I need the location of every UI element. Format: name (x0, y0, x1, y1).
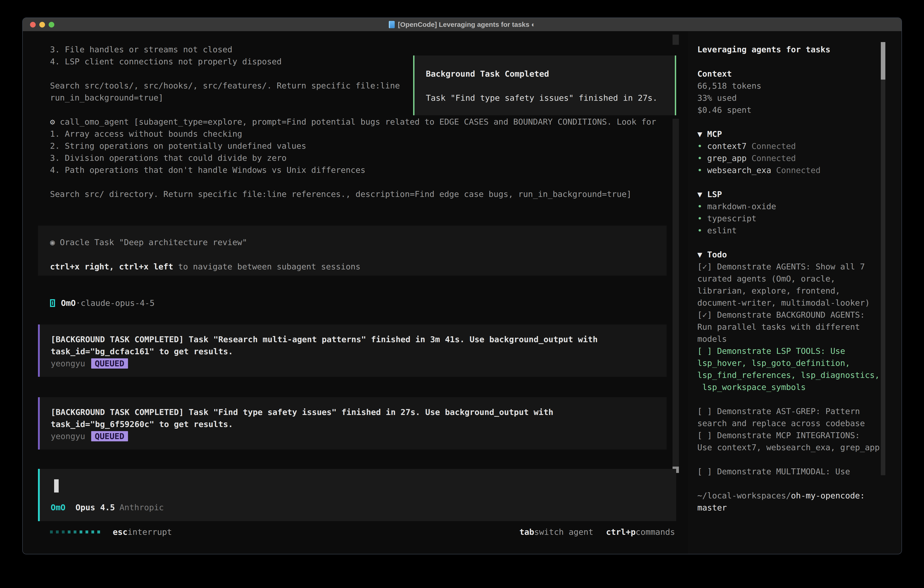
context-stats: 66,518 tokens 33% used $0.46 spent (697, 80, 884, 116)
toast-title: Background Task Completed (426, 68, 549, 80)
todo-active-item: [ ] Demonstrate LSP TOOLS: Use lsp_hover… (697, 345, 884, 393)
context-heading: Context (697, 68, 884, 80)
text-cursor (54, 479, 59, 492)
scrollbar-track[interactable] (673, 119, 679, 467)
status-dot-icon: • (697, 141, 707, 151)
tool-call-block: ⚙ call_omo_agent [subagent_type=explore,… (50, 116, 686, 200)
agent-model: claude-opus-4-5 (81, 298, 155, 308)
esc-key-hint[interactable]: esc (113, 527, 127, 537)
minimize-button[interactable] (40, 22, 45, 28)
task-message-text: [BACKGROUND TASK COMPLETED] Task "Find t… (51, 406, 553, 430)
mcp-item: • websearch_exa Connected (697, 164, 884, 176)
separator-dot: · (76, 298, 81, 308)
chevron-down-icon: ▼ (697, 190, 707, 199)
toast-body: Task "Find type safety issues" finished … (426, 92, 658, 104)
window-title: [OpenCode] Leveraging agents for tasks ◐ (398, 21, 535, 28)
mcp-list: • context7 Connected • grep_app Connecte… (697, 140, 884, 176)
esc-key-label: interrupt (127, 527, 172, 537)
status-dot-icon: • (697, 214, 707, 223)
prompt-input[interactable]: OmO Opus 4.5 Anthropic (38, 469, 676, 521)
background-task-toast[interactable]: Background Task Completed Task "Find typ… (413, 56, 676, 115)
tab-key-label: switch agent (534, 527, 593, 537)
tool-call-header: ⚙ call_omo_agent [subagent_type=explore,… (50, 116, 686, 128)
workspace-path: ~/local-workspaces/oh-my-opencode: maste… (697, 489, 884, 514)
task-message-meta: yeongyu QUEUED (51, 357, 128, 370)
terminal-line: 3. File handles or streams not closed (50, 43, 678, 56)
task-message-block[interactable]: [BACKGROUND TASK COMPLETED] Task "Resear… (38, 324, 667, 377)
zoom-button[interactable] (49, 22, 54, 28)
tool-call-item: 1. Array access without bounds checking (50, 128, 686, 140)
oracle-task-hint: ctrl+x right, ctrl+x left to navigate be… (50, 261, 360, 273)
status-dot-icon: • (697, 165, 707, 175)
todo-done-items: [✓] Demonstrate AGENTS: Show all 7 curat… (697, 261, 884, 345)
lsp-section-header[interactable]: ▼ LSP (697, 188, 884, 200)
close-button[interactable] (30, 22, 36, 28)
lsp-item: • markdown-oxide (697, 200, 884, 212)
tool-call-blank (50, 176, 686, 188)
task-message-meta: yeongyu QUEUED (51, 430, 128, 442)
ctrlp-key-label: commands (636, 527, 675, 537)
tab-key-hint[interactable]: tab (519, 527, 534, 537)
terminal-window: [OpenCode] Leveraging agents for tasks ◐… (22, 18, 902, 554)
terminal-main-pane: 3. File handles or streams not closed 4.… (23, 31, 688, 554)
opencode-file-icon (389, 21, 395, 28)
gear-icon: ⚙ (50, 117, 60, 126)
tool-call-footer: Search src/ directory. Return specific f… (50, 188, 686, 200)
status-dot-icon: • (697, 226, 707, 235)
status-dot-icon: • (697, 154, 707, 163)
spinner-dots (50, 530, 100, 533)
git-branch: master (697, 502, 884, 514)
lsp-item: • typescript (697, 212, 884, 225)
session-title: Leveraging agents for tasks (697, 43, 884, 56)
context-spent: $0.46 spent (697, 104, 884, 116)
oracle-task-box[interactable]: ◉ Oracle Task "Deep architecture review"… (38, 226, 667, 276)
status-bar: esc interrupt tab switch agent ctrl+p co… (50, 526, 675, 538)
status-badge: QUEUED (91, 431, 128, 441)
tool-call-item: 3. Division operations that could divide… (50, 152, 686, 164)
user-name: yeongyu (51, 431, 85, 441)
record-icon: ◉ (50, 238, 60, 247)
shortcut-keys: ctrl+x right, ctrl+x left (50, 262, 173, 271)
app-version: • OpenCode 1.0.163 (697, 525, 884, 537)
traffic-lights (30, 18, 54, 31)
model-name: Opus 4.5 (76, 503, 115, 512)
window-titlebar[interactable]: [OpenCode] Leveraging agents for tasks ◐ (23, 18, 901, 31)
mcp-section-header[interactable]: ▼ MCP (697, 128, 884, 140)
session-sidebar: Leveraging agents for tasks Context 66,5… (688, 31, 901, 554)
provider-name: Anthropic (119, 503, 164, 512)
task-message-text: [BACKGROUND TASK COMPLETED] Task "Resear… (51, 333, 598, 357)
oracle-task-title: ◉ Oracle Task "Deep architecture review" (50, 236, 247, 248)
todo-section-header[interactable]: ▼ Todo (697, 249, 884, 261)
tool-call-item: 2. String operations on potentially unde… (50, 140, 686, 152)
scrollbar-segment (673, 35, 679, 45)
tool-call-item: 4. Path operations that don't handle Win… (50, 164, 686, 176)
mcp-item: • grep_app Connected (697, 152, 884, 164)
model-selector-row[interactable]: OmO Opus 4.5 Anthropic (51, 501, 164, 514)
status-badge: QUEUED (91, 358, 128, 368)
todo-pending-items: [ ] Demonstrate MULTIMODAL: Use (697, 466, 884, 477)
chevron-down-icon: ▼ (697, 129, 707, 139)
context-tokens: 66,518 tokens (697, 80, 884, 92)
agent-name: OmO (61, 298, 76, 308)
task-message-block[interactable]: [BACKGROUND TASK COMPLETED] Task "Find t… (38, 397, 667, 449)
agent-header: OmO · claude-opus-4-5 (50, 297, 155, 309)
active-agent-label: OmO (51, 503, 66, 512)
mcp-item: • context7 Connected (697, 140, 884, 152)
context-used: 33% used (697, 92, 884, 104)
todo-pending-items: [ ] Demonstrate AST-GREP: Pattern search… (697, 405, 884, 453)
chevron-down-icon: ▼ (697, 250, 707, 259)
user-name: yeongyu (51, 359, 85, 368)
status-dot-icon: • (697, 202, 707, 211)
agent-square-icon (50, 299, 55, 307)
lsp-item: • eslint (697, 225, 884, 236)
ctrlp-key-hint[interactable]: ctrl+p (606, 527, 636, 537)
lsp-list: • markdown-oxide • typescript • eslint (697, 200, 884, 236)
